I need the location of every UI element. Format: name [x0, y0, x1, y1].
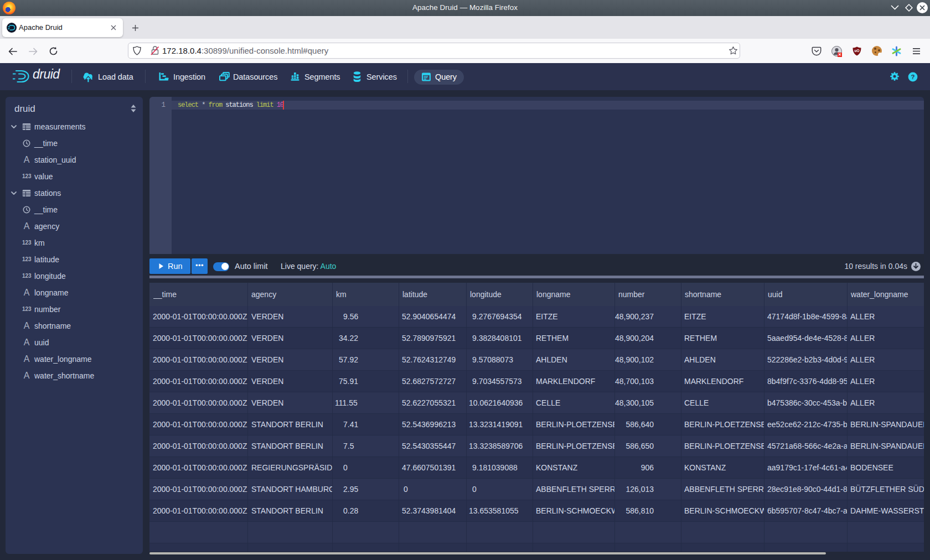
svg-text:?: ? — [911, 74, 914, 80]
svg-text:uO: uO — [854, 49, 859, 53]
